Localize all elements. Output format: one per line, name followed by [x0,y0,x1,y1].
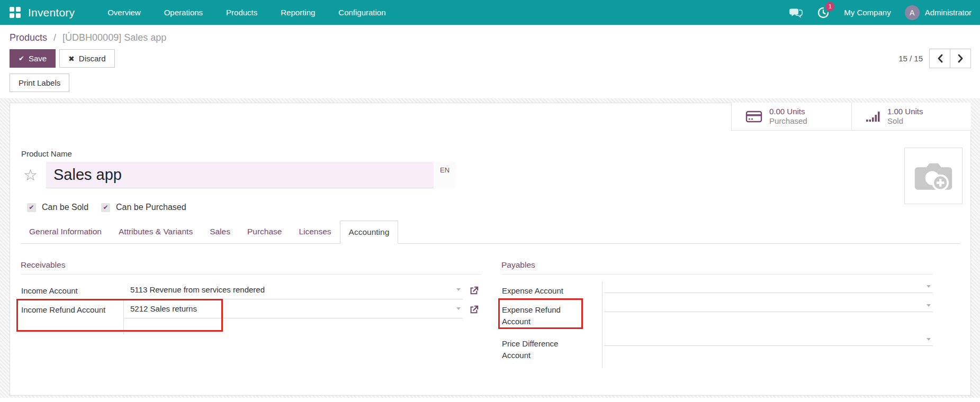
field-row-price-difference-account: Price Difference Account [501,334,933,368]
menu-configuration[interactable]: Configuration [329,1,395,24]
accounting-tab-content: Receivables Income Account5113 Revenue f… [21,244,960,368]
stat-label: Purchased [769,116,807,126]
breadcrumb: Products / [ÚDBH00009] Sales app [10,29,971,49]
checkbox-label: Can be Sold [42,203,88,212]
field-input-income-account[interactable]: 5113 Revenue from services rendered [124,281,463,299]
field-input-price-difference-account[interactable] [604,334,933,346]
form-background: 0.00 UnitsPurchased1.00 UnitsSold Produc… [0,98,980,398]
field-value: 5212 Sales returns [130,304,197,313]
breadcrumb-separator: / [53,32,56,43]
check-icon: ✔ [19,54,24,62]
user-menu[interactable]: A Administrator [905,5,972,20]
checkbox-can-be-sold[interactable]: ✔Can be Sold [27,203,88,212]
breadcrumb-current: [ÚDBH00009] Sales app [62,32,166,43]
messages-button[interactable] [789,6,803,20]
pager-counter: 15 / 15 [898,54,923,63]
app-name[interactable]: Inventory [28,6,75,19]
activity-count-badge: 1 [825,2,834,11]
external-link-icon[interactable] [463,281,481,296]
breadcrumb-products-link[interactable]: Products [10,32,47,43]
field-label: Expense Refund Account [501,300,599,334]
stat-label: Sold [887,116,923,126]
menu-overview[interactable]: Overview [98,1,150,24]
dropdown-caret-icon[interactable] [927,338,931,341]
field-label: Expense Account [501,281,599,300]
tab-purchase[interactable]: Purchase [239,221,290,243]
apps-menu-button[interactable]: Inventory [10,6,75,19]
product-form-sheet: 0.00 UnitsPurchased1.00 UnitsSold Produc… [10,103,971,396]
stat-value: 0.00 Units [769,107,807,116]
translation-badge[interactable]: EN [434,162,456,188]
dropdown-caret-icon[interactable] [927,285,931,288]
favorite-star-icon[interactable]: ☆ [21,162,46,188]
tab-sales[interactable]: Sales [201,221,239,243]
user-avatar: A [905,5,920,20]
user-name: Administrator [925,8,972,17]
notebook-tabs: General InformationAttributes & Variants… [21,221,960,244]
tab-accounting[interactable]: Accounting [340,221,399,244]
control-panel: Products / [ÚDBH00009] Sales app ✔ Save … [0,25,980,92]
x-icon: ✖ [68,54,75,63]
field-row-income-refund-account: Income Refund Account5212 Sales returns [21,300,481,334]
camera-plus-icon [914,159,953,194]
product-name-label: Product Name [21,149,960,158]
field-label: Price Difference Account [501,334,599,368]
receivables-group: Receivables Income Account5113 Revenue f… [21,260,481,368]
field-row-expense-account: Expense Account [501,281,933,300]
field-value: 5113 Revenue from services rendered [130,285,265,294]
pager-next-button[interactable] [950,49,971,68]
tab-licenses[interactable]: Licenses [290,221,339,243]
field-label: Income Refund Account [21,300,124,334]
chevron-left-icon [937,54,943,63]
menu-reporting[interactable]: Reporting [271,1,325,24]
field-input-expense-refund-account[interactable] [604,300,933,312]
chevron-right-icon [958,54,964,63]
field-row-income-account: Income Account5113 Revenue from services… [21,281,481,300]
field-input-income-refund-account[interactable]: 5212 Sales returns [124,300,463,318]
apps-grid-icon [10,7,21,18]
tab-general-information[interactable]: General Information [21,221,110,243]
print-labels-button[interactable]: Print Labels [10,74,69,92]
stat-button-purchased[interactable]: 0.00 UnitsPurchased [732,103,851,130]
field-row-expense-refund-account: Expense Refund Account [501,300,933,334]
top-menu: OverviewOperationsProductsReportingConfi… [98,1,395,24]
receivables-title: Receivables [21,260,481,275]
menu-operations[interactable]: Operations [155,1,212,24]
stat-value: 1.00 Units [887,107,923,116]
dropdown-caret-icon[interactable] [456,307,461,310]
discard-button[interactable]: ✖ Discard [59,49,115,68]
credit-card-icon [745,110,762,123]
checkbox-can-be-purchased[interactable]: ✔Can be Purchased [101,203,186,212]
pager: 15 / 15 [898,49,971,68]
checkmark-icon: ✔ [101,203,110,212]
chat-icon [789,7,803,19]
activities-button[interactable]: 1 [816,6,830,20]
save-button[interactable]: ✔ Save [10,49,56,68]
company-switcher[interactable]: My Company [844,8,891,17]
bar-chart-icon [866,110,880,123]
checkbox-label: Can be Purchased [116,203,186,212]
payables-title: Payables [501,260,933,275]
systray: 1 My Company A Administrator [789,5,972,20]
stat-buttons: 0.00 UnitsPurchased1.00 UnitsSold [731,103,971,131]
product-image-upload[interactable] [904,148,963,204]
field-input-expense-account[interactable] [604,281,933,293]
stat-button-sold[interactable]: 1.00 UnitsSold [851,103,971,130]
external-link-icon[interactable] [463,300,481,315]
menu-products[interactable]: Products [217,1,267,24]
tab-attributes-variants[interactable]: Attributes & Variants [110,221,201,243]
dropdown-caret-icon[interactable] [927,304,931,307]
field-label: Income Account [21,281,124,300]
checkmark-icon: ✔ [27,203,36,212]
product-flags: ✔Can be Sold✔Can be Purchased [27,203,960,212]
dropdown-caret-icon[interactable] [456,288,461,291]
top-navbar: Inventory OverviewOperationsProductsRepo… [0,0,980,25]
payables-group: Payables Expense AccountExpense Refund A… [501,260,933,368]
pager-previous-button[interactable] [929,49,950,68]
product-name-input[interactable]: Sales app [46,162,434,188]
